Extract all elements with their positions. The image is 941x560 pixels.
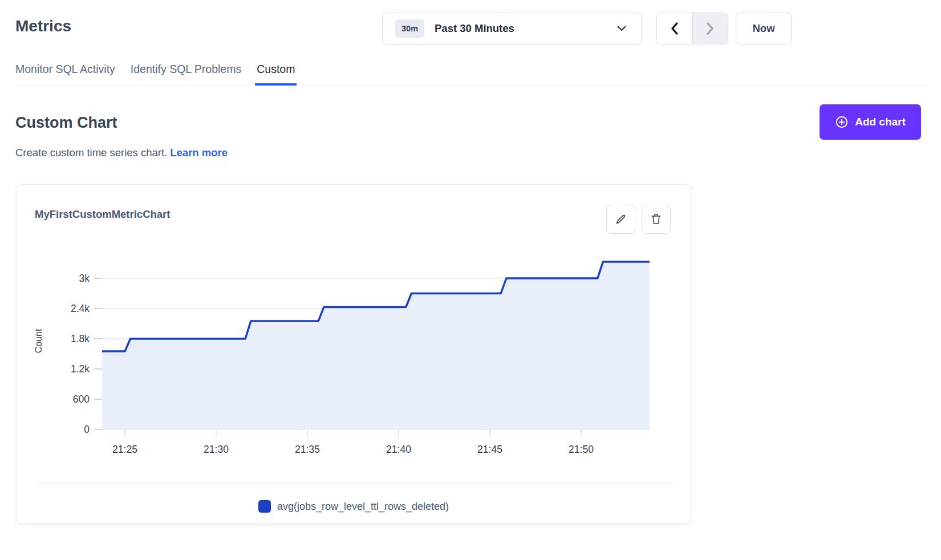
now-button[interactable]: Now: [736, 13, 792, 44]
legend-label: avg(jobs_row_level_ttl_rows_deleted): [277, 501, 449, 513]
time-range-picker[interactable]: 30m Past 30 Minutes: [382, 13, 642, 44]
legend-swatch: [258, 500, 271, 513]
svg-text:21:25: 21:25: [112, 444, 137, 455]
tab-bar-divider: [15, 86, 926, 86]
svg-text:2.4k: 2.4k: [71, 303, 90, 314]
next-range-button[interactable]: [693, 13, 728, 44]
chart-card: MyFirstCustomMetricChart 06001.2k1.8k2.4…: [16, 184, 691, 524]
section-description: Create custom time series chart.Learn mo…: [15, 147, 228, 159]
chart-legend[interactable]: avg(jobs_row_level_ttl_rows_deleted): [17, 500, 691, 513]
tab-monitor-sql-activity[interactable]: Monitor SQL Activity: [15, 62, 115, 86]
svg-text:21:40: 21:40: [386, 444, 411, 455]
pencil-icon: [614, 213, 627, 226]
svg-text:1.2k: 1.2k: [71, 363, 90, 375]
tab-bar: Monitor SQL Activity Identify SQL Proble…: [15, 62, 295, 86]
metrics-page: Metrics 30m Past 30 Minutes Now Monitor …: [0, 0, 941, 560]
legend-divider: [35, 484, 674, 484]
svg-text:21:45: 21:45: [477, 444, 502, 455]
prev-range-button[interactable]: [657, 13, 693, 44]
add-chart-label: Add chart: [855, 116, 906, 128]
range-label: Past 30 Minutes: [435, 22, 514, 35]
chevron-right-icon: [707, 22, 714, 35]
svg-text:21:50: 21:50: [569, 444, 594, 455]
svg-text:Count: Count: [34, 328, 43, 353]
add-chart-button[interactable]: Add chart: [820, 104, 921, 140]
chevron-down-icon: [617, 26, 626, 31]
time-nav-group: [656, 13, 728, 44]
svg-text:3k: 3k: [79, 273, 90, 284]
svg-text:600: 600: [73, 393, 90, 405]
tab-custom[interactable]: Custom: [257, 62, 295, 86]
range-badge: 30m: [395, 19, 424, 38]
edit-chart-button[interactable]: [606, 205, 635, 234]
learn-more-link[interactable]: Learn more: [170, 147, 228, 159]
delete-chart-button[interactable]: [642, 205, 671, 234]
trash-icon: [650, 213, 663, 226]
svg-text:21:30: 21:30: [204, 444, 229, 455]
plus-circle-icon: [835, 115, 849, 129]
section-description-text: Create custom time series chart.: [15, 147, 167, 159]
chart-svg: 06001.2k1.8k2.4k3k21:2521:3021:3521:4021…: [17, 240, 692, 468]
svg-text:1.8k: 1.8k: [71, 333, 90, 344]
svg-text:21:35: 21:35: [295, 444, 320, 455]
chart-title: MyFirstCustomMetricChart: [35, 208, 170, 221]
page-title: Metrics: [15, 17, 71, 35]
chevron-left-icon: [671, 22, 678, 35]
svg-text:0: 0: [84, 424, 90, 435]
section-title: Custom Chart: [15, 114, 117, 132]
tab-identify-sql-problems[interactable]: Identify SQL Problems: [131, 62, 241, 86]
